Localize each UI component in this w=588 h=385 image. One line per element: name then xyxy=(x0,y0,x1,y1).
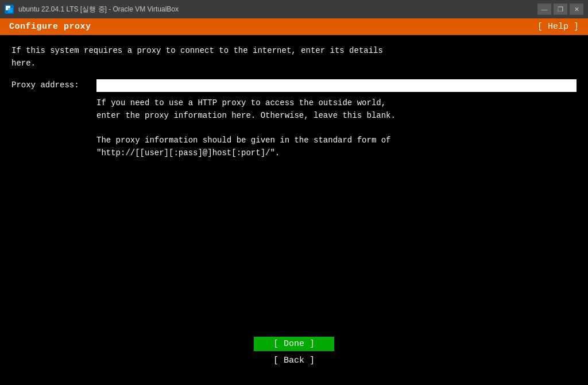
header-title: Configure proxy xyxy=(9,22,91,32)
intro-text: If this system requires a proxy to conne… xyxy=(11,44,577,70)
title-bar: ubuntu 22.04.1 LTS [실행 중] - Oracle VM Vi… xyxy=(0,0,588,18)
close-button[interactable]: ✕ xyxy=(570,3,583,15)
proxy-label: Proxy address: xyxy=(11,79,92,90)
virtualbox-icon xyxy=(5,5,14,14)
main-content: If this system requires a proxy to conne… xyxy=(0,35,588,331)
back-button[interactable]: [ Back ] xyxy=(254,353,334,368)
minimize-button[interactable]: — xyxy=(537,3,551,15)
proxy-hint-1: If you need to use a HTTP proxy to acces… xyxy=(96,97,577,122)
proxy-address-input[interactable] xyxy=(96,79,577,92)
vm-screen: Configure proxy [ Help ] If this system … xyxy=(0,18,588,385)
proxy-row: Proxy address: If you need to use a HTTP… xyxy=(11,79,577,122)
help-label[interactable]: [ Help ] xyxy=(537,22,579,32)
proxy-hint-2: The proxy information should be given in… xyxy=(96,134,577,160)
restore-button[interactable]: ❐ xyxy=(554,3,567,15)
proxy-input-area: If you need to use a HTTP proxy to acces… xyxy=(96,79,577,122)
bottom-buttons: [ Done ] [ Back ] xyxy=(0,331,588,385)
svg-rect-2 xyxy=(8,8,13,13)
done-button[interactable]: [ Done ] xyxy=(254,337,334,351)
window-title: ubuntu 22.04.1 LTS [실행 중] - Oracle VM Vi… xyxy=(18,5,533,14)
configure-proxy-header: Configure proxy [ Help ] xyxy=(0,18,588,35)
window-controls: — ❐ ✕ xyxy=(537,3,583,15)
